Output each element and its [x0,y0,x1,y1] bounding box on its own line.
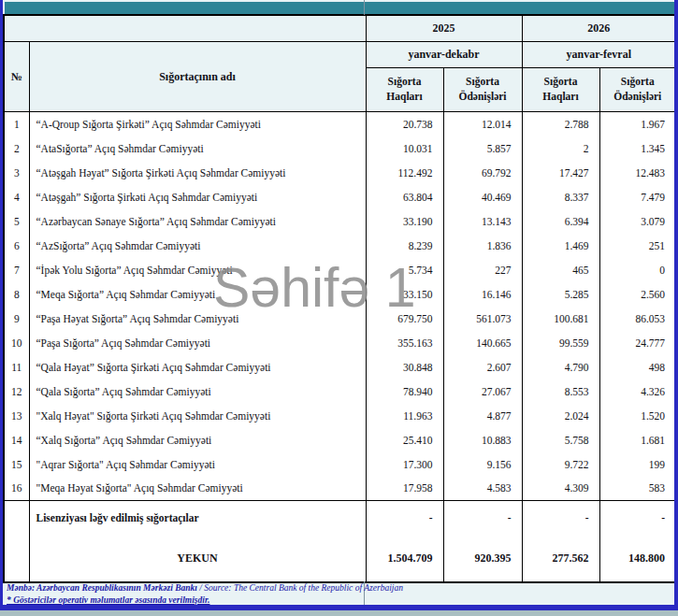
premiums-2026-cell: 4.309 [522,477,599,501]
row-number-cell: 13 [4,404,29,428]
bottom-gray-strip [0,610,678,616]
header-no: № [4,42,29,112]
payments-2025-cell: 1.836 [443,234,522,258]
row-number-cell: 14 [4,428,29,452]
header-premiums-2026: Sığorta Haqları [522,68,599,112]
payments-2025-cell: 27.067 [443,380,522,404]
top-teal-bar [5,2,675,15]
table-row: 11 “Qala Həyat” Sığorta Şirkəti Açıq Səh… [4,355,676,380]
premiums-2025-cell: 112.492 [366,161,443,185]
insurer-name-cell: “Azərbaycan Sənaye Sığorta” Açıq Səhmdar… [29,209,366,234]
table-row: 1 “A-Qroup Sığorta Şirkəti” Açıq Səhmdar… [4,112,676,136]
header-payments-2026: Sığorta Ödənişləri [599,68,676,112]
payments-2026-cell: 4.326 [599,380,676,404]
premiums-2025-cell: 30.848 [366,355,443,380]
table-row: 3 “Atəşgah Həyat” Sığorta Şirkəti Açıq S… [4,161,676,185]
premiums-2026-cell: 6.394 [522,209,599,234]
payments-2026-cell: 3.079 [599,209,676,234]
value-cell: - [599,501,676,536]
row-number-cell: 5 [4,209,29,234]
premiums-2025-cell: 17.958 [366,477,443,501]
row-number-cell: 7 [4,258,29,282]
insurer-name-cell: “Qala Həyat” Sığorta Şirkəti Açıq Səhmda… [29,355,366,380]
premiums-2025-cell: 11.963 [366,404,443,428]
premiums-2026-cell: 2.024 [522,404,599,428]
premiums-2026-cell: 8.553 [522,380,599,404]
report-page: 2025 2026 № Sığortaçının adı yanvar-deka… [0,0,678,616]
premiums-2026-cell: 17.427 [522,161,599,185]
premiums-2026-cell: 5.758 [522,428,599,452]
table-row: 15 "Aqrar Sığorta" Açıq Səhmdar Cəmiyyət… [4,452,676,477]
row-number-cell: 16 [4,477,29,501]
total-value-cell: 277.562 [522,536,599,582]
payments-2026-cell: 251 [599,234,676,258]
total-value-cell: 148.800 [599,536,676,582]
premiums-2025-cell: 63.804 [366,185,443,209]
payments-2025-cell: 13.143 [443,209,522,234]
premiums-2026-cell: 465 [522,258,599,282]
value-cell: - [443,501,522,536]
premiums-2026-cell: 100.681 [522,307,599,331]
total-value-cell: 1.504.709 [366,536,443,582]
premiums-2025-cell: 33.190 [366,209,443,234]
table-row: 12 “Qala Sığorta” Açıq Səhmdar Cəmiyyəti… [4,380,676,404]
payments-2026-cell: 1.681 [599,428,676,452]
row-number-cell: 3 [4,161,29,185]
page-border-right [674,0,678,616]
row-number-cell: 15 [4,452,29,477]
premiums-2026-cell: 2.788 [522,112,599,136]
row-number-cell: 11 [4,355,29,380]
premiums-2026-cell: 8.337 [522,185,599,209]
row-number-cell: 6 [4,234,29,258]
cancelled-insurers-label: Lisenziyası ləğv edilmiş sığortaçılar [29,501,366,536]
payments-2025-cell: 4.583 [443,477,522,501]
payments-2026-cell: 24.777 [599,331,676,355]
payments-2025-cell: 9.156 [443,452,522,477]
insurer-name-cell: “Qala Sığorta” Açıq Səhmdar Cəmiyyəti [29,380,366,404]
header-year-2026: 2026 [522,15,676,42]
row-number-cell: 1 [4,112,29,136]
payments-2026-cell: 498 [599,355,676,380]
payments-2026-cell: 1.520 [599,404,676,428]
insurer-name-cell: “Atəşgah Həyat” Sığorta Şirkəti Açıq Səh… [29,161,366,185]
insurer-name-cell: "Aqrar Sığorta" Açıq Səhmdar Cəmiyyəti [29,452,366,477]
total-value-cell: 920.395 [443,536,522,582]
payments-2026-cell: 2.560 [599,282,676,307]
table-row: 16 "Meqa Həyat Sığorta" Açıq Səhmdar Cəm… [4,477,676,501]
payments-2026-cell: 0 [599,258,676,282]
value-cell: - [522,501,599,536]
row-number-cell: 12 [4,380,29,404]
payments-2025-cell: 2.607 [443,355,522,380]
footer-source-en: Source: The Central Bank of the Republic… [204,583,403,593]
premiums-2025-cell: 10.031 [366,136,443,161]
payments-2025-cell: 4.877 [443,404,522,428]
premiums-2026-cell: 5.285 [522,282,599,307]
payments-2025-cell: 140.665 [443,331,522,355]
header-empty-cell [4,15,366,42]
row-number-cell: 2 [4,136,29,161]
header-period-right: yanvar-fevral [522,42,676,68]
insurer-name-cell: “AtaSığorta” Açıq Səhmdar Cəmiyyəti [29,136,366,161]
premiums-2026-cell: 1.469 [522,234,599,258]
table-row: 2 “AtaSığorta” Açıq Səhmdar Cəmiyyəti 10… [4,136,676,161]
header-premiums-2025: Sığorta Haqları [366,68,443,112]
header-payments-2025: Sığorta Ödənişləri [443,68,522,112]
payments-2025-cell: 227 [443,258,522,282]
header-row-years: 2025 2026 [4,15,676,42]
payments-2026-cell: 12.483 [599,161,676,185]
insurer-name-cell: “Atəşgah” Sığorta Şirkəti Açıq Səhmdar C… [29,185,366,209]
table-row: 6 “AzSığorta” Açıq Səhmdar Cəmiyyəti 8.2… [4,234,676,258]
page-watermark: Səhifə 1 [213,256,416,320]
premiums-2026-cell: 2 [522,136,599,161]
insurer-name-cell: "Meqa Həyat Sığorta" Açıq Səhmdar Cəmiyy… [29,477,366,501]
premiums-2025-cell: 355.163 [366,331,443,355]
insurer-name-cell: “A-Qroup Sığorta Şirkəti” Açıq Səhmdar C… [29,112,366,136]
header-row-periods: № Sığortaçının adı yanvar-dekabr yanvar-… [4,42,676,68]
footer-source-line: Mənbə: Azərbaycan Respublikasının Mərkəz… [7,583,403,593]
premiums-2025-cell: 8.239 [366,234,443,258]
payments-2026-cell: 583 [599,477,676,501]
premiums-2025-cell: 25.410 [366,428,443,452]
premiums-2026-cell: 4.790 [522,355,599,380]
footer-source-az: Mənbə: Azərbaycan Respublikasının Mərkəz… [7,583,197,593]
value-cell: - [366,501,443,536]
